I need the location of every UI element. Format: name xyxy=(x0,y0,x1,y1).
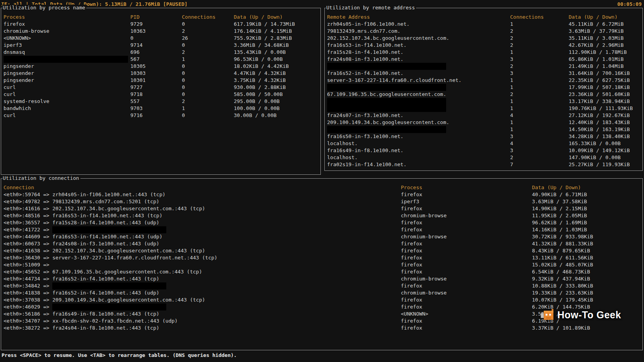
col-header-connections: Connections xyxy=(510,14,569,21)
redacted-block xyxy=(4,56,128,63)
redacted-block xyxy=(327,98,446,105)
connection-endpoint: <eth0>:41638 => 202.152.107.34.bc.google… xyxy=(4,247,401,254)
process-pid: 557 xyxy=(130,98,182,105)
remote-address-utilization-panel[interactable]: Utilization by remote address Remote Add… xyxy=(324,8,643,171)
remote-address: 798132439.mrs.cdn77.com. xyxy=(327,28,510,35)
remote-connections: 1 xyxy=(510,126,569,133)
table-row: fra16s53-in-f14.1e100.net.242.67KiB / 2.… xyxy=(327,42,641,49)
connection-endpoint: <eth0>:34842 => xyxy=(4,282,401,289)
process-name: iperf3 xyxy=(4,42,130,49)
table-row: 117.99KiB / 507.18KiB xyxy=(327,84,641,91)
remote-connections: 1 xyxy=(510,119,569,126)
table-row: dnsmasq6962135.43KiB / 0.00B xyxy=(4,49,319,56)
connection-process: firefox xyxy=(401,205,532,212)
remote-address: 67.109.196.35.bc.googleusercontent.com. xyxy=(327,91,510,98)
remote-table-body: zrh04s05-in-f106.1e100.net.145.11KiB / 6… xyxy=(327,21,641,168)
connection-utilization-panel[interactable]: Utilization by connection Connection Pro… xyxy=(1,178,643,350)
connection-data: 3.37KiB / 101.89KiB xyxy=(532,325,641,332)
col-header-data: Data (Up / Down) xyxy=(234,14,319,21)
table-row: <eth0>:44734 => fra16s52-in-f4.1e100.net… xyxy=(4,275,641,282)
remote-address: fra24s08-in-f3.1e100.net. xyxy=(327,56,510,63)
remote-address xyxy=(327,63,510,70)
connection-process: firefox xyxy=(401,219,532,226)
table-row: <eth0>:41638 => 202.152.107.34.bc.google… xyxy=(4,247,641,254)
process-data: 96.53KiB / 0.00B xyxy=(234,56,319,63)
redacted-block xyxy=(52,282,166,289)
remote-data: 65.86KiB / 1.01MiB xyxy=(569,56,641,63)
remote-address: zrh04s05-in-f106.1e100.net. xyxy=(327,21,510,28)
connection-data: 41.32KiB / 881.33KiB xyxy=(532,240,641,247)
remote-data: 147.90KiB / 0.00B xyxy=(569,154,641,161)
connection-process: chromium-browse xyxy=(401,233,532,240)
process-name: curl xyxy=(4,84,130,91)
remote-connections: 2 xyxy=(510,35,569,42)
process-name: pingsender xyxy=(4,63,130,70)
process-pid: 0 xyxy=(130,35,182,42)
remote-address xyxy=(327,126,510,133)
process-name: curl xyxy=(4,112,130,119)
table-row: 67.109.196.35.bc.googleusercontent.com.2… xyxy=(327,91,641,98)
table-row: fra16s50-in-f3.1e100.net.334.28KiB / 138… xyxy=(327,133,641,140)
table-row: chromium-browse103632176.14KiB / 4.15MiB xyxy=(4,28,319,35)
watermark: How-To Geek xyxy=(540,308,621,322)
connection-endpoint: <eth0>:37038 => 209.100.149.34.bc.google… xyxy=(4,296,401,303)
process-data: 585.00B / 50.00B xyxy=(234,91,319,98)
table-row: pingsender10305018.02KiB / 4.42KiB xyxy=(4,63,319,70)
process-connections: 0 xyxy=(182,42,234,49)
connection-endpoint: <eth0>:56186 => fra16s49-in-f8.1e100.net… xyxy=(4,311,401,318)
process-pid: 9716 xyxy=(130,112,182,119)
table-row: <eth0>:37038 => 209.100.149.34.bc.google… xyxy=(4,296,641,303)
remote-connections: 3 xyxy=(510,133,569,140)
connection-data: 10.07KiB / 179.45KiB xyxy=(532,296,641,303)
keyboard-hints-bar: Press <SPACE> to resume. Use <TAB> to re… xyxy=(2,352,237,358)
table-row: curl97180585.00B / 50.00B xyxy=(4,91,319,98)
remote-address: server-3-167-227-114.fra60.r.cloudfront.… xyxy=(327,77,510,84)
remote-data: 25.27KiB / 119.93KiB xyxy=(569,161,641,168)
connection-data: 3.63MiB / 37.58KiB xyxy=(532,198,641,205)
remote-address xyxy=(327,105,510,112)
table-row: <eth0>:36430 => server-3-167-227-114.fra… xyxy=(4,254,641,261)
process-data: 176.14KiB / 4.15MiB xyxy=(234,28,319,35)
redacted-block xyxy=(327,126,446,133)
table-row: <eth0>:34842 =>firefox10.88KiB / 333.80K… xyxy=(4,282,641,289)
remote-connections: 4 xyxy=(510,140,569,147)
remote-connections: 7 xyxy=(510,161,569,168)
process-utilization-panel[interactable]: Utilization by process name Process PID … xyxy=(1,8,321,175)
connection-text: <eth0>:41838 => fra16s52-in-f4.1e100.net… xyxy=(4,290,159,296)
connection-text: <eth0>:34707 => xx-fbcdn-shv-02-fra3.fbc… xyxy=(4,318,178,324)
process-connections: 0 xyxy=(182,91,234,98)
connection-data: 96.62KiB / 1.69MiB xyxy=(532,219,641,226)
remote-data: 31.64KiB / 700.16KiB xyxy=(569,70,641,77)
connection-endpoint: <eth0>:36557 => fra15s28-in-f4.1e100.net… xyxy=(4,219,401,226)
connection-text: <eth0>:44734 => fra16s52-in-f4.1e100.net… xyxy=(4,276,159,282)
connection-data: 8.43KiB / 879.65KiB xyxy=(532,247,641,254)
process-connections: 2 xyxy=(182,28,234,35)
remote-table-header: Remote Address Connections Data (Up / Do… xyxy=(327,14,641,21)
process-pid: 9729 xyxy=(130,21,182,28)
remote-connections: 2 xyxy=(510,28,569,35)
table-row: <eth0>:59764 => zrh04s05-in-f106.1e100.n… xyxy=(4,191,641,198)
remote-data: 42.67KiB / 2.96MiB xyxy=(569,42,641,49)
table-row: localhost.4165.33KiB / 0.00B xyxy=(327,140,641,147)
remote-connections: 1 xyxy=(510,105,569,112)
process-connections: 0 xyxy=(182,70,234,77)
remote-panel-title: Utilization by remote address xyxy=(326,5,416,11)
connection-process: chromium-browse xyxy=(401,212,532,219)
table-row: localhost.2147.90KiB / 0.00B xyxy=(327,154,641,161)
connection-data: 14.16KiB / 1.03MiB xyxy=(532,226,641,233)
process-name: firefox xyxy=(4,21,130,28)
remote-address: fra24s07-in-f3.1e100.net. xyxy=(327,112,510,119)
connection-text: <eth0>:46029 => xyxy=(4,304,49,310)
connection-data: 6.54KiB / 468.73KiB xyxy=(532,268,641,275)
col-header-connection: Connection xyxy=(4,184,401,191)
redacted-block xyxy=(327,84,446,91)
process-data: 930.00B / 2.88KiB xyxy=(234,84,319,91)
remote-data: 23.36KiB / 501.60KiB xyxy=(569,91,641,98)
process-pid: 9727 xyxy=(130,84,182,91)
process-name: dnsmasq xyxy=(4,49,130,56)
redacted-block xyxy=(52,226,166,233)
remote-address: 209.100.149.34.bc.googleusercontent.com. xyxy=(327,119,510,126)
process-connections: 0 xyxy=(182,84,234,91)
process-name: bandwhich xyxy=(4,105,130,112)
connection-endpoint: <eth0>:36430 => server-3-167-227-114.fra… xyxy=(4,254,401,261)
